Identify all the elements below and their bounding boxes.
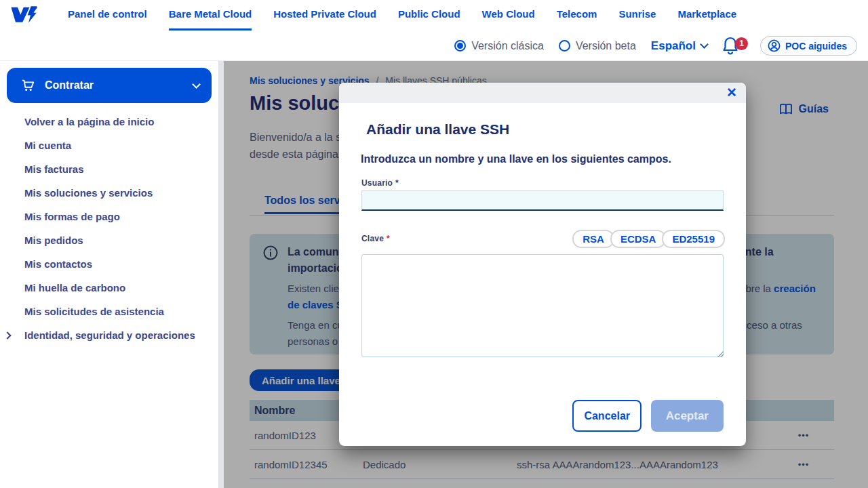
user-label-text: Usuario xyxy=(361,178,393,188)
version-beta-radio[interactable]: Versión beta xyxy=(559,40,636,52)
sidebar-item-label: Mis soluciones y servicios xyxy=(24,187,153,199)
required-marker: * xyxy=(387,234,390,243)
sidebar-scrollbar-track[interactable] xyxy=(218,61,224,488)
top-navigation: Panel de control Bare Metal Cloud Hosted… xyxy=(0,0,868,31)
order-button-label: Contratar xyxy=(45,79,94,92)
tab-hosted-private-cloud[interactable]: Hosted Private Cloud xyxy=(273,0,376,30)
sidebar-item-payment-methods[interactable]: Mis formas de pago xyxy=(0,205,218,228)
ovhcloud-logo[interactable] xyxy=(8,4,38,24)
sidebar-item-invoices[interactable]: Mis facturas xyxy=(0,157,218,181)
sidebar-item-home[interactable]: Volver a la página de inicio xyxy=(0,110,218,134)
sidebar-item-support-requests[interactable]: Mis solicitudes de asistencia xyxy=(0,300,218,323)
sidebar-item-label: Mis contactos xyxy=(24,258,92,270)
radio-selected-icon xyxy=(454,40,466,52)
tab-marketplace[interactable]: Marketplace xyxy=(677,0,736,30)
user-circle-icon xyxy=(768,39,781,52)
radio-unselected-icon xyxy=(559,40,570,52)
sidebar-menu: Volver a la página de inicio Mi cuenta M… xyxy=(0,110,218,347)
chevron-down-icon xyxy=(700,40,709,49)
universe-tabs: Panel de control Bare Metal Cloud Hosted… xyxy=(68,0,736,30)
user-input[interactable] xyxy=(361,190,724,211)
account-button[interactable]: POC aiguides xyxy=(760,36,857,56)
sidebar-item-label: Mi cuenta xyxy=(24,140,71,151)
sidebar-item-label: Identidad, seguridad y operaciones xyxy=(24,329,195,341)
version-beta-label: Versión beta xyxy=(576,40,636,52)
close-icon[interactable]: ✕ xyxy=(726,84,737,102)
sidebar-item-account[interactable]: Mi cuenta xyxy=(0,134,218,157)
language-label: Español xyxy=(651,39,696,53)
key-input[interactable] xyxy=(361,254,724,357)
required-marker: * xyxy=(395,178,399,188)
tab-telecom[interactable]: Telecom xyxy=(557,0,597,30)
sidebar-item-label: Mis facturas xyxy=(24,163,84,175)
key-label-text: Clave xyxy=(361,234,384,243)
cart-icon xyxy=(20,78,35,93)
tab-panel-de-control[interactable]: Panel de control xyxy=(68,0,147,30)
key-type-ecdsa-button[interactable]: ECDSA xyxy=(610,230,667,248)
key-type-rsa-button[interactable]: RSA xyxy=(572,230,614,248)
tab-web-cloud[interactable]: Web Cloud xyxy=(482,0,535,30)
key-type-toggle-group: RSA ECDSA ED25519 xyxy=(572,230,725,248)
sidebar-item-services[interactable]: Mis soluciones y servicios xyxy=(0,181,218,205)
modal-title: Añadir una llave SSH xyxy=(366,121,509,138)
modal-subtitle: Introduzca un nombre y una llave en los … xyxy=(361,153,727,165)
cancel-button[interactable]: Cancelar xyxy=(572,400,642,432)
key-field-label: Clave* xyxy=(361,234,390,243)
chevron-right-icon xyxy=(3,331,11,339)
sidebar-item-carbon-footprint[interactable]: Mi huella de carbono xyxy=(0,276,218,300)
sidebar-item-label: Mis pedidos xyxy=(24,235,83,246)
chevron-down-icon xyxy=(192,80,201,89)
key-type-ed25519-button[interactable]: ED25519 xyxy=(662,230,725,248)
version-classic-radio[interactable]: Versión clásica xyxy=(454,40,544,52)
tab-bare-metal-cloud[interactable]: Bare Metal Cloud xyxy=(169,0,252,30)
order-button[interactable]: Contratar xyxy=(7,68,212,103)
language-dropdown[interactable]: Español xyxy=(651,39,707,53)
modal-header-strip: ✕ xyxy=(339,83,746,103)
tab-sunrise[interactable]: Sunrise xyxy=(618,0,656,30)
sidebar-item-contacts[interactable]: Mis contactos xyxy=(0,252,218,276)
sidebar-item-identity-security[interactable]: Identidad, seguridad y operaciones xyxy=(0,323,218,347)
accept-button[interactable]: Aceptar xyxy=(651,400,724,432)
version-classic-label: Versión clásica xyxy=(471,40,544,52)
add-ssh-key-modal: ✕ Añadir una llave SSH Introduzca un nom… xyxy=(339,83,746,446)
tab-public-cloud[interactable]: Public Cloud xyxy=(398,0,460,30)
account-label: POC aiguides xyxy=(785,41,847,52)
notification-count-badge: 1 xyxy=(735,37,748,50)
secondary-header: Versión clásica Versión beta Español 1 P… xyxy=(0,31,868,61)
sidebar-item-label: Volver a la página de inicio xyxy=(24,116,154,127)
notifications-button[interactable]: 1 xyxy=(722,36,745,56)
sidebar-item-label: Mis formas de pago xyxy=(24,211,120,222)
sidebar-item-label: Mi huella de carbono xyxy=(24,282,125,293)
sidebar: Contratar Volver a la página de inicio M… xyxy=(0,61,218,488)
sidebar-item-label: Mis solicitudes de asistencia xyxy=(24,306,164,317)
user-field-label: Usuario* xyxy=(361,178,399,188)
sidebar-item-orders[interactable]: Mis pedidos xyxy=(0,228,218,252)
